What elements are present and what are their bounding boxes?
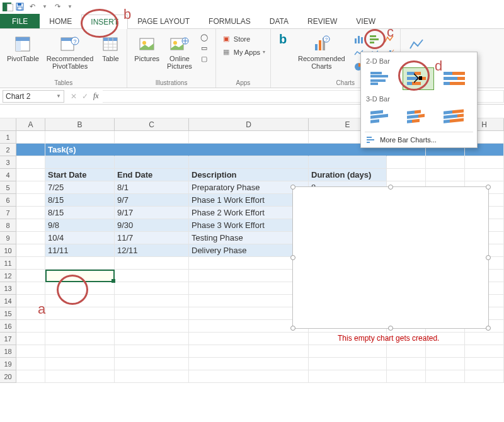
cell[interactable]: Phase 1 Work Effort — [189, 194, 309, 207]
cell[interactable] — [115, 295, 189, 307]
cell[interactable] — [189, 295, 309, 307]
stacked-bar-option[interactable] — [403, 67, 434, 90]
cell[interactable] — [16, 219, 45, 232]
cell[interactable]: Phase 2 Work Effort — [189, 207, 309, 219]
cell[interactable]: End Date — [115, 169, 189, 181]
col-header[interactable]: C — [115, 118, 189, 130]
table-button[interactable]: Table — [98, 31, 123, 72]
cell[interactable] — [45, 320, 115, 333]
bar-chart-button[interactable] — [367, 33, 381, 45]
row-header[interactable]: 9 — [0, 232, 16, 244]
cell[interactable] — [115, 307, 189, 320]
tab-file[interactable]: FILE — [0, 14, 40, 28]
cell[interactable]: 11/7 — [115, 232, 189, 244]
bing-button[interactable]: b — [275, 31, 291, 47]
save-icon[interactable] — [15, 3, 24, 11]
cell[interactable] — [16, 320, 45, 333]
cell[interactable] — [387, 370, 426, 383]
cell[interactable]: 11/11 — [45, 244, 115, 257]
row-header[interactable]: 3 — [0, 156, 16, 169]
row-header[interactable]: 17 — [0, 333, 16, 345]
tab-formulas[interactable]: FORMULAS — [199, 14, 260, 28]
name-box[interactable]: Chart 2 ▼ — [3, 90, 64, 103]
cell[interactable] — [115, 270, 189, 282]
cell[interactable] — [16, 181, 45, 194]
cell[interactable] — [115, 257, 189, 270]
cell[interactable] — [45, 257, 115, 270]
cell[interactable]: Start Date — [45, 169, 115, 181]
tab-view[interactable]: VIEW — [346, 14, 385, 28]
row-header[interactable]: 6 — [0, 194, 16, 207]
cell[interactable]: Phase 3 Work Effort — [189, 219, 309, 232]
cell[interactable] — [16, 207, 45, 219]
undo-icon[interactable]: ↶ — [28, 3, 37, 11]
cell[interactable] — [115, 345, 189, 358]
cell[interactable] — [16, 358, 45, 370]
cell[interactable] — [16, 156, 45, 169]
cell[interactable] — [426, 370, 465, 383]
row-header[interactable]: 13 — [0, 282, 16, 295]
col-header[interactable]: B — [45, 118, 115, 130]
cell[interactable] — [189, 131, 309, 144]
cell[interactable]: 8/15 — [45, 207, 115, 219]
cell[interactable] — [189, 270, 309, 282]
cell[interactable] — [16, 194, 45, 207]
cell[interactable] — [189, 358, 309, 370]
cell[interactable] — [189, 156, 309, 169]
cell[interactable] — [115, 358, 189, 370]
cell[interactable] — [465, 156, 504, 169]
my-apps-button[interactable]: ▦ My Apps ▾ — [220, 47, 266, 57]
row-header[interactable]: 12 — [0, 270, 16, 282]
shapes-button[interactable]: ◯ — [198, 33, 210, 42]
cell[interactable] — [45, 358, 115, 370]
cell[interactable]: 12/11 — [115, 244, 189, 257]
cell[interactable] — [16, 169, 45, 181]
cell[interactable] — [115, 320, 189, 333]
column-chart-button[interactable] — [352, 33, 366, 45]
cell[interactable]: Description — [189, 169, 309, 181]
row-header[interactable]: 15 — [0, 307, 16, 320]
pictures-button[interactable]: Pictures — [131, 31, 163, 72]
cell[interactable] — [465, 333, 504, 345]
row-header[interactable]: 8 — [0, 219, 16, 232]
row-header[interactable]: 10 — [0, 244, 16, 257]
smartart-button[interactable]: ▭ — [198, 43, 210, 53]
cell[interactable] — [16, 370, 45, 383]
cell[interactable] — [309, 345, 387, 358]
cell[interactable] — [45, 131, 115, 144]
cell[interactable] — [16, 270, 45, 282]
select-all-button[interactable] — [0, 118, 16, 130]
row-header[interactable]: 18 — [0, 345, 16, 358]
cell[interactable] — [465, 169, 504, 181]
tab-home[interactable]: HOME — [40, 14, 81, 28]
row-header[interactable]: 5 — [0, 181, 16, 194]
cell[interactable] — [115, 370, 189, 383]
cell[interactable] — [45, 270, 115, 282]
cell[interactable] — [465, 370, 504, 383]
cell[interactable] — [16, 144, 45, 156]
qat-customize-icon[interactable]: ▼ — [66, 3, 74, 11]
cell[interactable] — [189, 282, 309, 295]
cell[interactable] — [465, 358, 504, 370]
cell[interactable] — [426, 345, 465, 358]
row-header[interactable]: 7 — [0, 207, 16, 219]
cell[interactable] — [16, 345, 45, 358]
cell[interactable] — [45, 282, 115, 295]
tab-page-layout[interactable]: PAGE LAYOUT — [128, 14, 199, 28]
cell[interactable] — [309, 358, 387, 370]
cell[interactable] — [16, 232, 45, 244]
cell[interactable] — [45, 370, 115, 383]
cell[interactable] — [45, 295, 115, 307]
cell[interactable] — [189, 307, 309, 320]
cancel-formula-icon[interactable]: ✕ — [71, 92, 77, 101]
store-button[interactable]: ▣ Store — [220, 34, 266, 43]
cell[interactable]: Testing Phase — [189, 232, 309, 244]
cell[interactable] — [387, 156, 426, 169]
more-bar-charts-button[interactable]: More Bar Charts... — [365, 132, 473, 145]
insert-function-icon[interactable]: fx — [93, 91, 99, 101]
clustered-bar-option[interactable] — [366, 67, 398, 90]
tab-data[interactable]: DATA — [260, 14, 298, 28]
row-header[interactable]: 19 — [0, 358, 16, 370]
stacked-bar-3d-option[interactable] — [403, 105, 434, 128]
row-header[interactable]: 4 — [0, 169, 16, 181]
